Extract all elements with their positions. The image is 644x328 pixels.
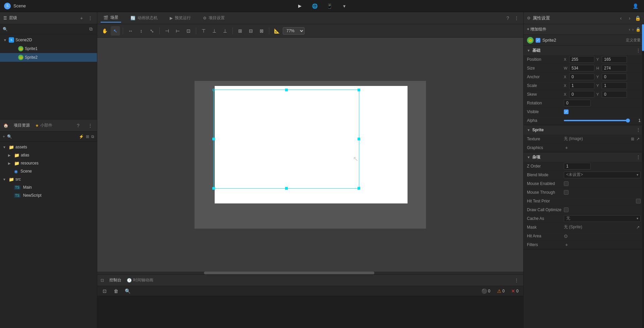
draw-call-checkbox[interactable] — [564, 207, 569, 212]
graphics-add-button[interactable]: + — [564, 145, 569, 150]
select-tool[interactable]: ↖ — [111, 26, 120, 36]
dropdown-button[interactable]: ▾ — [339, 1, 349, 11]
assets-item-src[interactable]: ▼ 📁 src — [0, 175, 97, 183]
align-left-tool[interactable]: ⊣ — [162, 26, 172, 36]
copy-assets-icon[interactable]: ⧉ — [91, 134, 94, 139]
move-y-tool[interactable]: ↕ — [137, 26, 146, 36]
blend-dropdown[interactable]: <未设置> ▾ — [564, 172, 641, 178]
handle-tl[interactable] — [212, 89, 215, 91]
handle-b[interactable] — [285, 187, 288, 190]
sprite-section-header[interactable]: ▼ Sprite ⋮ — [524, 125, 644, 135]
hit-test-checkbox[interactable] — [636, 199, 641, 203]
tab-project-assets[interactable]: 项目资源 — [14, 123, 30, 128]
mouse-through-checkbox[interactable] — [564, 190, 569, 195]
hand-tool[interactable]: ✋ — [100, 26, 109, 36]
anchor-x-input[interactable] — [569, 74, 594, 80]
horizontal-scrollbar[interactable] — [97, 272, 523, 274]
tab-timeline[interactable]: 🕐 时间轴动画 — [127, 277, 153, 283]
copy-icon[interactable]: ⧉ — [88, 26, 94, 33]
scrollbar-thumb-h[interactable] — [204, 272, 374, 274]
align-center-v-tool[interactable]: ⊥ — [210, 26, 219, 36]
assets-item-scene[interactable]: ◉ Scene — [0, 167, 97, 175]
handle-tr[interactable] — [358, 89, 360, 91]
mask-link-icon[interactable]: ↗ — [635, 225, 641, 230]
texture-link-icon[interactable]: ↗ — [635, 136, 641, 142]
mouse-enabled-checkbox[interactable] — [564, 181, 569, 186]
play-button[interactable]: ▶ — [295, 1, 305, 11]
assets-item-assets[interactable]: ▼ 📁 assets — [0, 143, 97, 151]
mobile-button[interactable]: 📱 — [325, 1, 334, 11]
layer-search-input[interactable] — [10, 27, 86, 32]
console-copy-button[interactable]: ⊡ — [100, 286, 109, 296]
console-clear-button[interactable]: 🗑 — [111, 286, 121, 296]
alpha-slider-track[interactable] — [564, 120, 628, 121]
skew-x-input[interactable] — [569, 91, 594, 98]
tab-console[interactable]: 控制台 — [109, 277, 121, 283]
alpha-slider-thumb[interactable] — [626, 119, 630, 123]
align-top-tool[interactable]: ⊤ — [199, 26, 208, 36]
nav-prev[interactable]: ‹ — [618, 15, 624, 21]
add-asset-button[interactable]: + — [3, 134, 5, 139]
lock-icon[interactable]: 🔒 — [635, 15, 641, 21]
assets-item-atlas[interactable]: ▶ 📁 atlas — [0, 151, 97, 159]
tree-item-sprite2[interactable]: 🐸 Sprite2 — [0, 53, 97, 62]
align-right-tool[interactable]: ⊡ — [184, 26, 193, 36]
help-button[interactable]: ? — [504, 15, 511, 21]
handle-mr[interactable] — [358, 138, 360, 140]
assets-menu-button[interactable]: ⋮ — [87, 122, 94, 129]
size-h-input[interactable] — [602, 65, 627, 72]
canvas-viewport[interactable]: ↖ — [97, 38, 523, 272]
handle-bl[interactable] — [212, 187, 215, 190]
size-w-input[interactable] — [569, 65, 594, 72]
globe-button[interactable]: 🌐 — [310, 1, 319, 11]
console-search-button[interactable]: 🔍 — [123, 286, 132, 296]
anchor-y-input[interactable] — [602, 74, 627, 80]
add-layer-button[interactable]: + — [78, 15, 85, 21]
tab-project[interactable]: ⚙ 项目设置 — [200, 14, 227, 22]
node-visible-checkbox[interactable]: ✓ — [536, 38, 540, 43]
define-var-button[interactable]: 定义变量 — [626, 38, 641, 43]
settings-button[interactable]: ⋮ — [513, 15, 520, 21]
tree-item-sprite1[interactable]: 🐸 Sprite1 — [0, 44, 97, 53]
scale-y-input[interactable] — [602, 82, 627, 89]
misc-section-header[interactable]: ▼ 杂项 ⋮ — [524, 152, 644, 162]
assets-item-main[interactable]: TS Main — [0, 183, 97, 191]
basic-menu[interactable]: ⋮ — [636, 48, 641, 53]
assets-help-button[interactable]: ? — [75, 122, 82, 129]
sprite-menu[interactable]: ⋮ — [636, 127, 641, 133]
nav-next[interactable]: › — [626, 15, 633, 21]
tab-anim[interactable]: 🔄 动画状态机 — [128, 14, 160, 22]
tree-item-scene2d[interactable]: ▼ S Scene2D — [0, 36, 97, 44]
rotation-input[interactable] — [564, 100, 591, 106]
hit-area-icon[interactable]: ⊙ — [564, 233, 568, 239]
basic-section-header[interactable]: ▼ 基础 ⋮ — [524, 46, 644, 55]
filters-add-button[interactable]: + — [564, 242, 569, 247]
align-bottom-tool[interactable]: ⊥ — [220, 26, 230, 36]
move-x-tool[interactable]: ↔ — [126, 26, 135, 36]
user-button[interactable]: 👤 — [631, 1, 640, 11]
distribute-tool[interactable]: ⊠ — [257, 26, 266, 36]
scale-x-input[interactable] — [569, 82, 594, 89]
filter-icon[interactable]: ⚡ — [79, 134, 84, 139]
grid-icon[interactable]: ⊞ — [86, 134, 89, 139]
console-menu-button[interactable]: ⋮ — [513, 277, 520, 284]
zoom-select[interactable]: 77% 50% 100% 150% — [283, 27, 305, 35]
assets-item-new-script[interactable]: TS NewScript — [0, 191, 97, 199]
texture-add-icon[interactable]: ⊞ — [630, 136, 635, 142]
position-x-input[interactable] — [569, 56, 594, 63]
console-menu-icon[interactable]: ⋮ — [513, 277, 520, 284]
position-y-input[interactable] — [602, 56, 627, 63]
handle-br[interactable] — [358, 187, 360, 190]
assets-search-input[interactable] — [14, 134, 77, 139]
move-xy-tool[interactable]: ⤡ — [147, 26, 157, 36]
lock-icon2[interactable]: 🔒 — [636, 27, 641, 32]
grid-tool[interactable]: ⊞ — [235, 26, 245, 36]
grid2-tool[interactable]: ⊟ — [246, 26, 256, 36]
misc-menu[interactable]: ⋮ — [636, 154, 641, 160]
handle-t[interactable] — [285, 89, 288, 91]
skew-y-input[interactable] — [602, 91, 627, 98]
nav-right-icon[interactable]: › — [632, 27, 634, 32]
tab-scene[interactable]: 🎬 场景 — [101, 13, 121, 22]
add-component-button[interactable]: + 增加组件 — [527, 27, 546, 32]
ruler-tool[interactable]: 📐 — [272, 26, 281, 36]
